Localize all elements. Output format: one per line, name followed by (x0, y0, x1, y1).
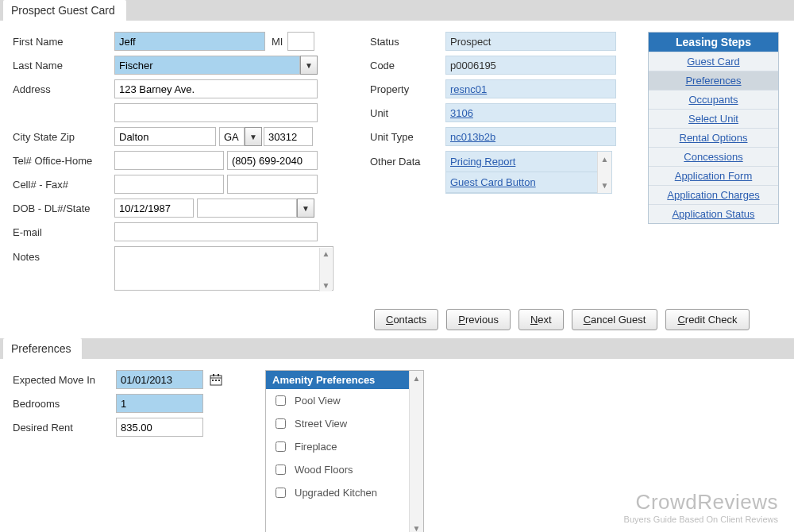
section-tab-guest-card: Prospect Guest Card (3, 0, 126, 21)
svg-rect-4 (212, 380, 214, 381)
label-city-state-zip: City State Zip (13, 131, 114, 143)
amenity-checkbox-street-view[interactable] (276, 418, 286, 429)
rent-input[interactable] (116, 418, 203, 437)
amenity-checkbox-fireplace[interactable] (276, 441, 286, 452)
notes-textarea[interactable] (114, 246, 333, 291)
amenity-label: Upgraded Kitchen (295, 487, 377, 499)
unit-value: 3106 (445, 103, 616, 122)
step-application-form[interactable]: Application Form (649, 166, 778, 185)
svg-rect-6 (218, 380, 220, 381)
state-input[interactable] (219, 127, 245, 146)
other-data-link[interactable]: Pricing Report (450, 156, 515, 168)
city-input[interactable] (114, 127, 216, 146)
amenity-item: Upgraded Kitchen (266, 481, 409, 504)
fax-input[interactable] (227, 175, 318, 194)
label-last-name: Last Name (13, 60, 114, 71)
section-tab-preferences: Preferences (3, 338, 82, 359)
dl-state-dropdown-button[interactable]: ▼ (297, 199, 314, 218)
label-unit-type: Unit Type (370, 131, 445, 143)
amenity-item: Street View (266, 412, 409, 435)
label-dob-dl: DOB - DL#/State (13, 202, 114, 214)
property-link[interactable]: resnc01 (450, 83, 487, 95)
watermark-sub: Buyers Guide Based On Client Reviews (624, 515, 778, 524)
label-email: E-mail (13, 226, 114, 238)
tel-home-input[interactable] (227, 151, 318, 170)
cell-input[interactable] (114, 175, 224, 194)
label-move-in: Expected Move In (13, 374, 116, 386)
section-bar-guest-card: Prospect Guest Card (0, 0, 794, 21)
address-input[interactable] (114, 79, 318, 98)
label-cell-fax: Cell# - Fax# (13, 179, 114, 191)
other-data-scrollbar[interactable]: ▲▼ (597, 152, 611, 193)
step-select-unit[interactable]: Select Unit (649, 109, 778, 128)
label-rent: Desired Rent (13, 422, 116, 434)
first-name-input[interactable] (114, 32, 265, 51)
amenity-item: Fireplace (266, 435, 409, 458)
amenity-checkbox-wood-floors[interactable] (276, 465, 286, 475)
notes-scrollbar[interactable]: ▲▼ (319, 248, 332, 291)
leasing-steps-panel: Leasing Steps Guest Card Preferences Occ… (648, 32, 779, 224)
amenity-label: Street View (295, 418, 347, 430)
label-notes: Notes (13, 246, 114, 263)
amenity-item: Pool View (266, 389, 409, 412)
amenity-label: Pool View (295, 395, 341, 407)
unit-link[interactable]: 3106 (450, 107, 473, 119)
zip-input[interactable] (264, 127, 313, 146)
other-data-link[interactable]: Guest Card Button (450, 176, 536, 188)
step-application-charges[interactable]: Application Charges (649, 185, 778, 204)
property-value: resnc01 (445, 79, 616, 98)
cancel-guest-button[interactable]: Cancel Guest (572, 309, 658, 330)
amenity-preferences-box: Amenity Preferences Pool View Street Vie… (265, 370, 424, 532)
section-bar-preferences: Preferences (0, 338, 794, 359)
label-bedrooms: Bedrooms (13, 398, 116, 410)
label-mi: MI (272, 36, 283, 48)
next-button[interactable]: Next (518, 309, 564, 330)
state-dropdown-button[interactable]: ▼ (245, 127, 262, 146)
amenity-header: Amenity Preferences (266, 371, 409, 389)
label-address: Address (13, 83, 114, 95)
label-other-data: Other Data (370, 151, 445, 168)
email-input[interactable] (114, 222, 318, 241)
label-property: Property (370, 83, 445, 95)
svg-rect-5 (215, 380, 217, 381)
leasing-steps-header: Leasing Steps (649, 33, 778, 52)
label-tel: Tel# Office-Home (13, 155, 114, 167)
label-code: Code (370, 60, 445, 71)
amenity-label: Fireplace (295, 441, 337, 453)
amenity-checkbox-upgraded-kitchen[interactable] (276, 488, 286, 498)
dl-number-input[interactable] (197, 199, 297, 218)
previous-button[interactable]: Previous (446, 309, 511, 330)
code-value: p0006195 (445, 56, 616, 75)
watermark: CrowdReviews Buyers Guide Based On Clien… (624, 490, 778, 524)
step-occupants[interactable]: Occupants (649, 90, 778, 109)
step-application-status[interactable]: Application Status (649, 204, 778, 223)
status-value: Prospect (445, 32, 616, 51)
label-status: Status (370, 36, 445, 48)
mi-input[interactable] (287, 32, 314, 51)
amenity-scrollbar[interactable]: ▲▼ (409, 371, 423, 532)
unit-type-link[interactable]: nc013b2b (450, 131, 495, 143)
step-guest-card[interactable]: Guest Card (649, 52, 778, 71)
move-in-input[interactable] (116, 370, 203, 389)
last-name-input[interactable] (114, 56, 300, 75)
other-data-list: Pricing Report Guest Card Button (446, 152, 597, 193)
amenity-checkbox-pool-view[interactable] (276, 395, 286, 406)
unit-type-value: nc013b2b (445, 127, 616, 146)
last-name-dropdown-button[interactable]: ▼ (300, 56, 318, 75)
calendar-icon[interactable] (208, 372, 224, 387)
bedrooms-input[interactable] (116, 394, 203, 413)
label-first-name: First Name (13, 36, 114, 48)
amenity-label: Wood Floors (295, 464, 353, 476)
step-concessions[interactable]: Concessions (649, 147, 778, 166)
step-preferences[interactable]: Preferences (649, 71, 778, 90)
watermark-title: CrowdReviews (624, 490, 778, 515)
label-unit: Unit (370, 107, 445, 119)
step-rental-options[interactable]: Rental Options (649, 128, 778, 147)
dob-input[interactable] (114, 199, 194, 218)
contacts-button[interactable]: Contacts (374, 309, 438, 330)
amenity-item: Wood Floors (266, 458, 409, 481)
credit-check-button[interactable]: Credit Check (665, 309, 749, 330)
tel-office-input[interactable] (114, 151, 224, 170)
address2-input[interactable] (114, 103, 318, 122)
